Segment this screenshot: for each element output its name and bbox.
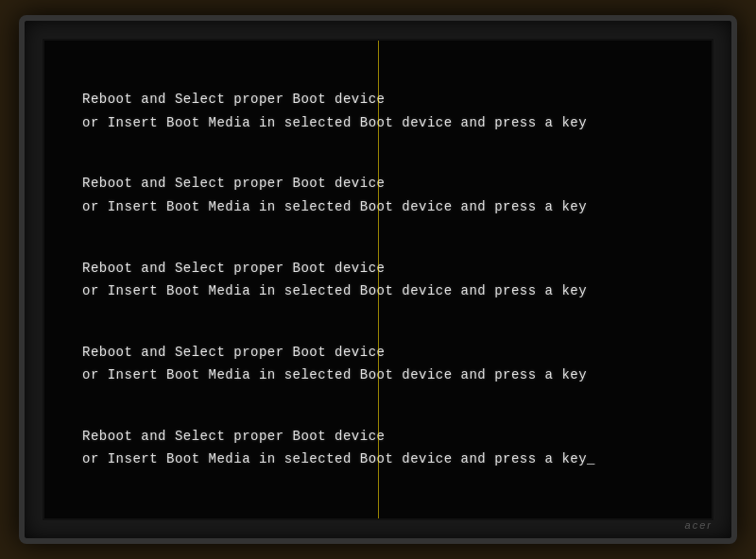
message-group-3: Reboot and Select proper Boot device or … [82, 258, 674, 302]
message-line-3-2: or Insert Boot Media in selected Boot de… [82, 280, 674, 301]
message-group-2: Reboot and Select proper Boot device or … [82, 173, 674, 217]
brand-label: acer [685, 519, 713, 531]
message-line-3-1: Reboot and Select proper Boot device [82, 258, 674, 279]
message-group-5: Reboot and Select proper Boot device or … [82, 426, 674, 470]
message-line-2-1: Reboot and Select proper Boot device [82, 173, 674, 194]
message-line-1-1: Reboot and Select proper Boot device [82, 89, 674, 110]
message-line-4-2: or Insert Boot Media in selected Boot de… [82, 364, 674, 385]
message-line-4-1: Reboot and Select proper Boot device [82, 342, 674, 363]
message-group-1: Reboot and Select proper Boot device or … [82, 89, 674, 133]
message-line-5-1: Reboot and Select proper Boot device [82, 426, 674, 447]
monitor: Reboot and Select proper Boot device or … [19, 15, 737, 544]
screen-content: Reboot and Select proper Boot device or … [44, 41, 712, 518]
message-line-1-2: or Insert Boot Media in selected Boot de… [82, 112, 674, 133]
message-line-5-2: or Insert Boot Media in selected Boot de… [82, 449, 674, 469]
message-line-2-2: or Insert Boot Media in selected Boot de… [82, 196, 674, 217]
message-group-4: Reboot and Select proper Boot device or … [82, 342, 674, 386]
screen: Reboot and Select proper Boot device or … [43, 39, 713, 520]
